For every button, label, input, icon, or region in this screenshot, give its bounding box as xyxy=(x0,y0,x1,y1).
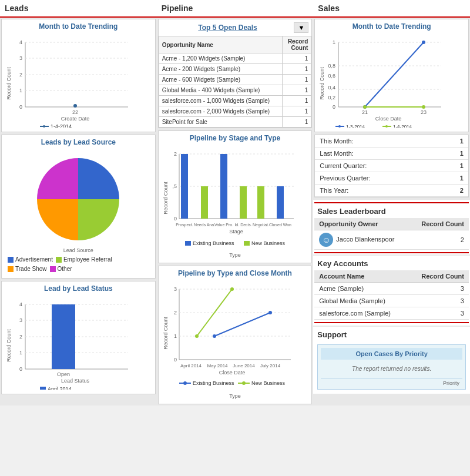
legend-label-employee-referral: Employee Referral xyxy=(63,256,112,263)
svg-text:Existing Business: Existing Business xyxy=(193,380,234,386)
leaderboard-owner: ☺Jacco Blankenspoor xyxy=(314,230,410,250)
legend-advertisement: Advertisement xyxy=(8,256,53,263)
leaderboard-title: Sales Leaderboard xyxy=(314,205,469,218)
leaderboard-divider xyxy=(314,202,469,203)
pipeline-deal-row: salesforce.com - 2,000 Widgets (Sample)1 xyxy=(159,106,311,117)
account-count: 3 xyxy=(408,283,469,295)
svg-text:2: 2 xyxy=(19,334,22,340)
stat-label: Last Month: xyxy=(315,148,441,160)
no-results-text: The report returned no results. xyxy=(321,363,462,375)
leaderboard-count: 2 xyxy=(410,230,469,250)
pipeline-by-stage-chart: Record Count 2 ,5 0 Prospect. xyxy=(159,145,312,263)
svg-text:Close Date: Close Date xyxy=(375,116,402,122)
svg-text:1: 1 xyxy=(333,39,335,45)
pipeline-by-type-title: Pipeline by Type and Close Month xyxy=(159,266,312,280)
accounts-body: Acme (Sample)3Global Media (Sample)3sale… xyxy=(314,283,469,320)
priority-label: Priority xyxy=(321,380,462,386)
svg-point-73 xyxy=(268,311,272,314)
deal-count: 1 xyxy=(283,106,311,117)
deal-name: salesforce.com - 1,000 Widgets (Sample) xyxy=(159,96,282,106)
deal-name: Acme - 600 Widgets (Sample) xyxy=(159,75,282,85)
svg-text:Needs Ana.: Needs Ana. xyxy=(194,223,215,227)
deal-count: 1 xyxy=(283,96,311,106)
svg-text:2: 2 xyxy=(19,72,22,78)
svg-text:Open: Open xyxy=(57,371,70,377)
svg-text:April 2014: April 2014 xyxy=(180,363,202,368)
pipeline-by-type-chart: Record Count 3 2 1 0 xyxy=(159,280,312,404)
svg-rect-49 xyxy=(240,186,247,219)
stat-value: 2 xyxy=(441,185,468,197)
accounts-count-header: Record Count xyxy=(408,270,469,283)
avatar: ☺ xyxy=(319,233,333,247)
svg-text:Record Count: Record Count xyxy=(163,317,169,350)
svg-text:22: 22 xyxy=(72,109,78,115)
pipeline-by-type-panel: Pipeline by Type and Close Month Record … xyxy=(158,266,313,404)
legend-dot-trade-show xyxy=(8,266,14,272)
svg-point-100 xyxy=(363,105,367,109)
svg-text:Value Pro.: Value Pro. xyxy=(214,223,233,227)
leads-trending-panel: Month to Date Trending Record Count 4 3 xyxy=(1,19,156,132)
svg-text:2: 2 xyxy=(174,310,177,316)
sales-leaderboard-section: Sales Leaderboard Opportunity Owner Reco… xyxy=(313,200,470,254)
svg-text:,5: ,5 xyxy=(172,183,177,189)
svg-text:June 2014: June 2014 xyxy=(233,363,255,368)
svg-text:Lead Status: Lead Status xyxy=(61,378,90,384)
lead-by-status-panel: Lead by Lead Status Record Count 4 3 2 1… xyxy=(1,281,156,394)
pipeline-by-stage-panel: Pipeline by Stage and Type Record Count … xyxy=(158,130,313,263)
svg-text:1-3-2014: 1-3-2014 xyxy=(346,124,365,128)
legend-dot-other xyxy=(50,266,56,272)
svg-text:0,2: 0,2 xyxy=(328,95,336,100)
svg-point-106 xyxy=(338,125,341,128)
pipeline-count-header: Record Count xyxy=(283,36,311,53)
leaderboard-body: ☺Jacco Blankenspoor2 xyxy=(314,230,469,250)
svg-text:0,4: 0,4 xyxy=(328,85,336,90)
svg-text:Existing Business: Existing Business xyxy=(193,240,234,246)
top5-link[interactable]: Top 5 Open Deals xyxy=(195,21,260,35)
svg-text:1: 1 xyxy=(19,88,22,93)
lead-by-status-chart: Record Count 4 3 2 1 0 Open Lead Status xyxy=(2,296,155,394)
svg-text:Stage: Stage xyxy=(229,229,243,234)
svg-point-98 xyxy=(422,41,425,44)
accounts-name-header: Account Name xyxy=(314,270,408,283)
sales-stat-row: Previous Quarter:1 xyxy=(315,172,468,185)
account-row: salesforce.com (Sample)3 xyxy=(314,307,469,320)
pipeline-name-header: Opportunity Name xyxy=(159,36,282,53)
deal-count: 1 xyxy=(283,64,311,75)
svg-rect-30 xyxy=(52,304,75,369)
svg-point-80 xyxy=(183,381,187,385)
open-cases-panel: Open Cases By Priority The report return… xyxy=(317,344,466,390)
account-name: Acme (Sample) xyxy=(314,283,408,295)
svg-rect-56 xyxy=(185,241,191,246)
svg-text:1: 1 xyxy=(174,333,177,339)
pipeline-type-label: Type xyxy=(162,252,309,260)
pie-x-label: Lead Source xyxy=(63,247,93,253)
svg-text:0,8: 0,8 xyxy=(328,63,336,69)
svg-rect-58 xyxy=(244,241,250,246)
support-title: Support xyxy=(314,328,469,341)
svg-text:New Business: New Business xyxy=(251,240,286,246)
pipeline-top5-table: Opportunity Name Record Count Acme - 1,2… xyxy=(159,36,312,128)
key-accounts-section: Key Accounts Account Name Record Count A… xyxy=(313,256,470,326)
svg-text:3: 3 xyxy=(19,55,22,61)
account-row: Acme (Sample)3 xyxy=(314,283,469,295)
legend-trade-show: Trade Show xyxy=(8,266,47,272)
sales-trending-title: Month to Date Trending xyxy=(315,19,468,33)
leaderboard-owner-header: Opportunity Owner xyxy=(314,218,410,230)
svg-rect-45 xyxy=(201,186,208,219)
sales-stat-row: This Month:1 xyxy=(315,135,468,148)
pipeline-dropdown-btn[interactable]: ▼ xyxy=(294,22,308,33)
svg-rect-53 xyxy=(277,186,284,219)
svg-text:Create Date: Create Date xyxy=(61,116,90,122)
stat-label: This Month: xyxy=(315,135,441,148)
account-name: Global Media (Sample) xyxy=(314,295,408,307)
stat-label: This Year: xyxy=(315,185,441,197)
svg-text:Prospect.: Prospect. xyxy=(176,223,193,227)
sales-trending-panel: Month to Date Trending Record Count 1 0,… xyxy=(314,19,469,132)
legend-employee-referral: Employee Referral xyxy=(56,256,112,263)
pipeline-header: Pipeline xyxy=(157,0,314,18)
stat-label: Current Quarter: xyxy=(315,160,441,172)
svg-text:Negotiat.: Negotiat. xyxy=(253,223,269,227)
svg-point-70 xyxy=(195,334,199,338)
deal-name: SitePoint for Sale xyxy=(159,117,282,128)
pipeline-top5-panel: Top 5 Open Deals ▼ Opportunity Name Reco… xyxy=(158,19,313,128)
